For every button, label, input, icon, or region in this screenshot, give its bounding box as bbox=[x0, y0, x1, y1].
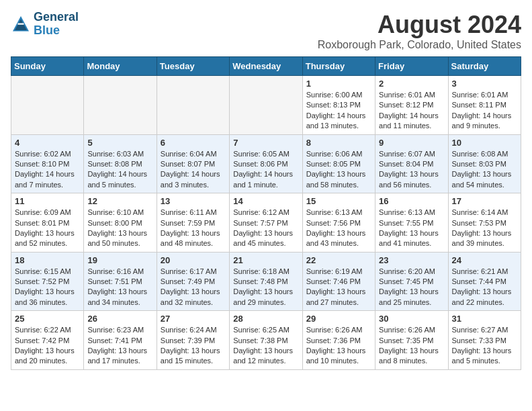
cell-info-line: Sunrise: 6:20 AM bbox=[379, 267, 444, 277]
day-number: 2 bbox=[379, 79, 444, 89]
cell-info-line: Daylight: 13 hours bbox=[233, 287, 298, 297]
cell-info-line: Sunset: 7:45 PM bbox=[379, 277, 444, 287]
cell-info-line: and 52 minutes. bbox=[15, 238, 80, 248]
cell-info-line: Daylight: 13 hours bbox=[161, 228, 226, 238]
cell-info-line: Sunset: 7:57 PM bbox=[233, 218, 298, 228]
cell-info-line: Daylight: 13 hours bbox=[15, 346, 80, 356]
cell-info-line: Sunrise: 6:15 AM bbox=[15, 267, 80, 277]
cell-info-line: Daylight: 13 hours bbox=[379, 169, 444, 179]
cell-info-line: Sunrise: 6:21 AM bbox=[452, 267, 517, 277]
day-number: 29 bbox=[306, 314, 371, 324]
cell-info-line: Daylight: 13 hours bbox=[452, 287, 517, 297]
cell-info-line: and 17 minutes. bbox=[87, 356, 152, 366]
cell-info-line: Sunset: 7:49 PM bbox=[161, 277, 226, 287]
day-number: 20 bbox=[161, 255, 226, 265]
calendar-cell: 31Sunrise: 6:27 AMSunset: 7:33 PMDayligh… bbox=[448, 311, 521, 370]
cell-info-line: and 32 minutes. bbox=[161, 298, 226, 308]
cell-info-line: Sunset: 7:55 PM bbox=[379, 218, 444, 228]
cell-info-line: Sunrise: 6:07 AM bbox=[379, 149, 444, 159]
cell-info-line: Daylight: 14 hours bbox=[306, 111, 371, 121]
cell-info-line: Sunrise: 6:13 AM bbox=[306, 208, 371, 218]
cell-info-line: and 41 minutes. bbox=[379, 238, 444, 248]
calendar-cell: 12Sunrise: 6:10 AMSunset: 8:00 PMDayligh… bbox=[84, 193, 157, 253]
calendar-cell: 24Sunrise: 6:21 AMSunset: 7:44 PMDayligh… bbox=[448, 252, 521, 311]
calendar-cell bbox=[84, 76, 157, 135]
day-number: 19 bbox=[87, 255, 152, 265]
cell-info-line: Sunrise: 6:22 AM bbox=[15, 325, 80, 335]
cell-info-line: Sunset: 7:46 PM bbox=[306, 277, 371, 287]
calendar-cell bbox=[11, 76, 84, 135]
logo: General Blue bbox=[11, 11, 79, 38]
cell-info-line: Sunrise: 6:11 AM bbox=[161, 208, 226, 218]
day-number: 15 bbox=[306, 196, 371, 206]
cell-info-line: and 36 minutes. bbox=[15, 298, 80, 308]
cell-info-line: and 43 minutes. bbox=[306, 238, 371, 248]
cell-info-line: Daylight: 13 hours bbox=[452, 169, 517, 179]
cell-info-line: Daylight: 14 hours bbox=[161, 169, 226, 179]
cell-info-line: Daylight: 14 hours bbox=[15, 169, 80, 179]
day-header-friday: Friday bbox=[375, 57, 448, 76]
cell-info-line: Daylight: 13 hours bbox=[452, 228, 517, 238]
header-row: SundayMondayTuesdayWednesdayThursdayFrid… bbox=[11, 57, 521, 76]
cell-info-line: Sunrise: 6:02 AM bbox=[15, 149, 80, 159]
logo-text: General Blue bbox=[34, 11, 79, 38]
cell-info-line: Daylight: 13 hours bbox=[15, 287, 80, 297]
cell-info-line: Sunset: 8:00 PM bbox=[87, 218, 152, 228]
day-number: 21 bbox=[233, 255, 298, 265]
cell-info-line: Sunrise: 6:00 AM bbox=[306, 90, 371, 100]
calendar-week-2: 4Sunrise: 6:02 AMSunset: 8:10 PMDaylight… bbox=[11, 134, 521, 193]
cell-info-line: Sunset: 8:05 PM bbox=[306, 159, 371, 169]
cell-info-line: Sunset: 7:53 PM bbox=[452, 218, 517, 228]
cell-info-line: Sunrise: 6:04 AM bbox=[161, 149, 226, 159]
cell-info-line: Daylight: 13 hours bbox=[306, 287, 371, 297]
day-number: 27 bbox=[161, 314, 226, 324]
cell-info-line: Sunrise: 6:14 AM bbox=[452, 208, 517, 218]
calendar-cell: 5Sunrise: 6:03 AMSunset: 8:08 PMDaylight… bbox=[84, 134, 157, 193]
calendar-cell bbox=[157, 76, 229, 135]
cell-info-line: Sunrise: 6:26 AM bbox=[379, 325, 444, 335]
cell-info-line: Sunrise: 6:23 AM bbox=[87, 325, 152, 335]
cell-info-line: Daylight: 13 hours bbox=[306, 169, 371, 179]
cell-info-line: Sunset: 7:41 PM bbox=[87, 336, 152, 346]
calendar-week-1: 1Sunrise: 6:00 AMSunset: 8:13 PMDaylight… bbox=[11, 76, 521, 135]
calendar-cell: 13Sunrise: 6:11 AMSunset: 7:59 PMDayligh… bbox=[157, 193, 229, 253]
calendar-cell: 19Sunrise: 6:16 AMSunset: 7:51 PMDayligh… bbox=[84, 252, 157, 311]
cell-info-line: and 9 minutes. bbox=[452, 121, 517, 131]
calendar-cell: 7Sunrise: 6:05 AMSunset: 8:06 PMDaylight… bbox=[230, 134, 302, 193]
cell-info-line: Sunrise: 6:10 AM bbox=[87, 208, 152, 218]
cell-info-line: and 48 minutes. bbox=[161, 238, 226, 248]
cell-info-line: and 39 minutes. bbox=[452, 238, 517, 248]
cell-info-line: Sunset: 7:44 PM bbox=[452, 277, 517, 287]
calendar-cell: 6Sunrise: 6:04 AMSunset: 8:07 PMDaylight… bbox=[157, 134, 229, 193]
day-number: 5 bbox=[87, 138, 152, 148]
cell-info-line: and 45 minutes. bbox=[233, 238, 298, 248]
calendar-cell bbox=[230, 76, 302, 135]
cell-info-line: Daylight: 13 hours bbox=[87, 346, 152, 356]
cell-info-line: Sunset: 8:06 PM bbox=[233, 159, 298, 169]
cell-info-line: Sunset: 8:12 PM bbox=[379, 100, 444, 110]
day-header-sunday: Sunday bbox=[11, 57, 84, 76]
cell-info-line: Sunset: 8:11 PM bbox=[452, 100, 517, 110]
cell-info-line: Sunset: 8:04 PM bbox=[379, 159, 444, 169]
cell-info-line: Sunset: 7:48 PM bbox=[233, 277, 298, 287]
day-header-tuesday: Tuesday bbox=[157, 57, 229, 76]
calendar-cell: 2Sunrise: 6:01 AMSunset: 8:12 PMDaylight… bbox=[375, 76, 448, 135]
day-number: 24 bbox=[452, 255, 517, 265]
day-number: 10 bbox=[452, 138, 517, 148]
calendar-cell: 14Sunrise: 6:12 AMSunset: 7:57 PMDayligh… bbox=[230, 193, 302, 253]
cell-info-line: Sunset: 8:10 PM bbox=[15, 159, 80, 169]
calendar-cell: 27Sunrise: 6:24 AMSunset: 7:39 PMDayligh… bbox=[157, 311, 229, 370]
cell-info-line: and 54 minutes. bbox=[452, 180, 517, 190]
title-block: August 2024 Roxborough Park, Colorado, U… bbox=[318, 11, 521, 51]
calendar-cell: 29Sunrise: 6:26 AMSunset: 7:36 PMDayligh… bbox=[302, 311, 375, 370]
calendar-cell: 1Sunrise: 6:00 AMSunset: 8:13 PMDaylight… bbox=[302, 76, 375, 135]
cell-info-line: Daylight: 13 hours bbox=[15, 228, 80, 238]
cell-info-line: Sunset: 8:01 PM bbox=[15, 218, 80, 228]
day-number: 16 bbox=[379, 196, 444, 206]
cell-info-line: and 15 minutes. bbox=[161, 356, 226, 366]
cell-info-line: and 22 minutes. bbox=[452, 298, 517, 308]
calendar-week-4: 18Sunrise: 6:15 AMSunset: 7:52 PMDayligh… bbox=[11, 252, 521, 311]
day-header-thursday: Thursday bbox=[302, 57, 375, 76]
day-number: 26 bbox=[87, 314, 152, 324]
cell-info-line: Sunset: 8:13 PM bbox=[306, 100, 371, 110]
